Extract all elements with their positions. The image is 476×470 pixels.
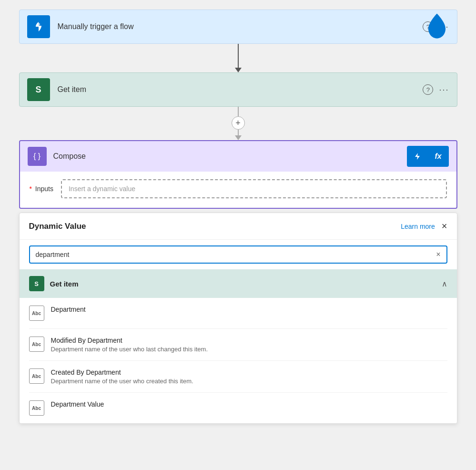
result-item-modified-by-department[interactable]: Abc Modified By Department Department na… (29, 329, 447, 361)
dynamic-value-placeholder: Insert a dynamic value (69, 185, 135, 193)
inputs-label: * Inputs (30, 185, 53, 193)
plus-button[interactable]: + (232, 116, 245, 130)
result-desc-1: Department name of the user who last cha… (51, 346, 447, 353)
search-row: × (20, 240, 457, 269)
result-type-icon-0: Abc (29, 306, 44, 321)
search-input-wrap: × (29, 245, 447, 264)
result-type-icon-3: Abc (29, 400, 44, 416)
compose-header: { } Compose fx (20, 141, 456, 172)
svg-marker-1 (415, 153, 420, 160)
result-name-3: Department Value (51, 400, 447, 408)
required-marker: * (30, 185, 32, 193)
chevron-up-icon: ∧ (442, 279, 447, 288)
result-item-created-by-department[interactable]: Abc Created By Department Department nam… (29, 361, 447, 393)
result-text-0: Department (51, 306, 447, 313)
result-type-icon-2: Abc (29, 368, 44, 384)
compose-toolbar: fx (407, 146, 449, 167)
trigger-step: Manually trigger a flow ? ··· (19, 10, 457, 44)
plus-arrow-head (235, 135, 242, 140)
lightning-button[interactable] (407, 146, 428, 167)
result-desc-2: Department name of the user who created … (51, 378, 447, 385)
inputs-row: * Inputs Insert a dynamic value (30, 179, 447, 198)
result-text-3: Department Value (51, 400, 447, 408)
get-item-step: S Get item ? ··· (19, 72, 457, 107)
dynamic-value-input[interactable]: Insert a dynamic value (61, 179, 447, 198)
result-type-icon-1: Abc (29, 337, 44, 352)
get-item-title: Get item (58, 85, 423, 94)
dynamic-panel-title: Dynamic Value (29, 222, 401, 231)
result-name-1: Modified By Department (51, 337, 447, 344)
get-item-section-header[interactable]: S Get item ∧ (20, 269, 457, 298)
get-item-more-icon[interactable]: ··· (439, 85, 449, 95)
arrow-line-1 (238, 44, 239, 68)
plus-bottom-line (238, 130, 239, 135)
search-input[interactable] (36, 251, 436, 258)
arrow-head-1 (235, 68, 242, 72)
water-drop-decoration (426, 13, 447, 41)
get-item-icon: S (27, 78, 50, 101)
get-item-actions: ? ··· (423, 84, 449, 95)
fx-button[interactable]: fx (428, 146, 449, 167)
compose-icon-text: { } (33, 152, 41, 161)
learn-more-link[interactable]: Learn more (401, 223, 435, 230)
get-item-icon-letter: S (35, 85, 41, 95)
search-clear-button[interactable]: × (436, 250, 440, 259)
result-list: Abc Department Abc Modified By Departmen… (20, 298, 457, 423)
close-button[interactable]: × (442, 221, 447, 232)
compose-body: * Inputs Insert a dynamic value (20, 172, 456, 208)
section-icon: S (29, 276, 44, 291)
compose-title: Compose (53, 152, 407, 161)
trigger-icon (27, 15, 50, 38)
svg-point-0 (37, 23, 40, 26)
result-item-department[interactable]: Abc Department (29, 298, 447, 329)
section-icon-letter: S (34, 280, 39, 287)
flow-canvas: Manually trigger a flow ? ··· S Get item… (19, 10, 457, 424)
inputs-label-text: Inputs (35, 185, 53, 193)
get-item-help-icon[interactable]: ? (423, 84, 433, 95)
dynamic-panel-header: Dynamic Value Learn more × (20, 213, 457, 240)
section-title: Get item (50, 280, 442, 288)
connector-1 (235, 44, 242, 72)
result-text-1: Modified By Department Department name o… (51, 337, 447, 353)
compose-block: { } Compose fx * Inputs Insert a dynamic… (19, 140, 457, 209)
trigger-title: Manually trigger a flow (58, 22, 423, 31)
result-item-department-value[interactable]: Abc Department Value (29, 393, 447, 423)
plus-connector: + (232, 107, 245, 140)
result-name-2: Created By Department (51, 368, 447, 376)
result-text-2: Created By Department Department name of… (51, 368, 447, 385)
result-name-0: Department (51, 306, 447, 313)
plus-top-line (238, 107, 239, 116)
compose-icon: { } (28, 147, 47, 166)
fx-label: fx (435, 152, 441, 161)
dynamic-panel: Dynamic Value Learn more × × S Get item … (19, 213, 457, 424)
